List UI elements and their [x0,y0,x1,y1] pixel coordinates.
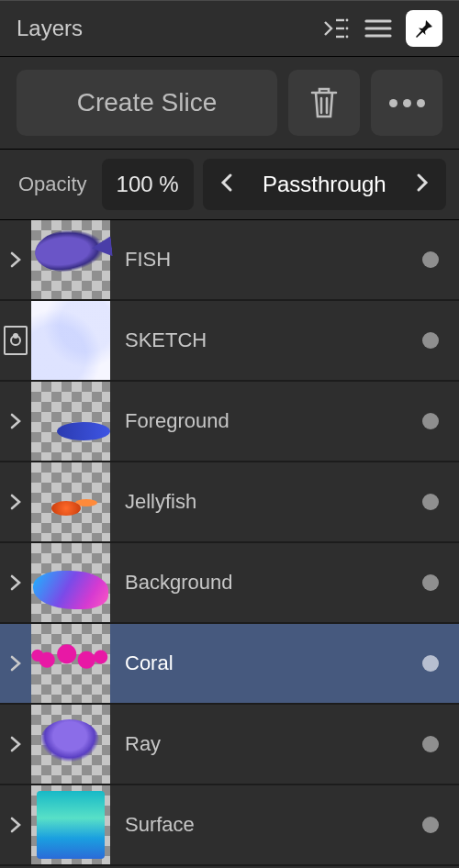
layer-row[interactable]: Background [0,543,459,624]
visibility-dot[interactable] [422,655,439,672]
visibility-dot[interactable] [422,494,439,510]
disclosure-chevron-icon[interactable] [0,573,31,593]
hamburger-icon[interactable] [364,14,393,43]
layer-row[interactable]: Coral [0,624,459,705]
layer-thumbnail[interactable] [31,382,110,461]
panel-title: Layers [17,16,308,41]
layer-name-label[interactable]: Jellyfish [110,490,422,514]
layer-row[interactable]: Surface [0,785,459,866]
disclosure-chevron-icon[interactable] [0,653,31,673]
svg-point-5 [346,36,349,39]
layer-row[interactable]: Ray [0,705,459,785]
panel-menu-collapse-icon[interactable] [321,14,351,43]
panel-header: Layers [0,1,459,56]
chevron-right-icon[interactable] [415,172,430,197]
visibility-dot[interactable] [422,332,439,349]
disclosure-chevron-icon[interactable] [0,492,31,512]
layer-list: FISHSKETCHForegroundJellyfishBackgroundC… [0,220,459,868]
layer-thumbnail[interactable] [31,624,110,703]
trash-icon [308,84,340,121]
svg-point-3 [346,28,349,30]
visibility-dot[interactable] [422,251,439,268]
more-button[interactable] [371,70,442,136]
panel-toolbar: Create Slice [0,56,459,150]
create-slice-label: Create Slice [77,88,218,117]
layer-thumbnail[interactable] [31,301,110,380]
layer-name-label[interactable]: Coral [110,651,422,675]
layer-name-label[interactable]: Background [110,571,422,595]
blend-mode-label: Passthrough [263,172,386,197]
create-slice-button[interactable]: Create Slice [17,70,277,136]
opacity-value[interactable]: 100 % [102,159,194,210]
chevron-left-icon[interactable] [219,172,234,197]
visibility-dot[interactable] [422,574,439,591]
layer-name-label[interactable]: SKETCH [110,328,422,352]
visibility-dot[interactable] [422,413,439,429]
layer-name-label[interactable]: Ray [110,732,422,756]
blend-mode-picker[interactable]: Passthrough [203,159,446,210]
pin-icon [413,17,435,39]
disclosure-chevron-icon[interactable] [0,815,31,835]
layers-panel: Layers Create Slice [0,0,459,868]
svg-point-1 [346,19,349,22]
ellipsis-icon [389,99,425,107]
layer-name-label[interactable]: Surface [110,813,422,837]
disclosure-chevron-icon[interactable] [0,734,31,754]
layer-thumbnail[interactable] [31,705,110,784]
disclosure-chevron-icon[interactable] [0,250,31,270]
layer-thumbnail[interactable] [31,220,110,299]
opacity-blend-row: Opacity 100 % Passthrough [0,150,459,220]
layer-row[interactable]: SKETCH [0,301,459,382]
disclosure-chevron-icon[interactable] [0,411,31,431]
visibility-dot[interactable] [422,736,439,752]
layer-thumbnail[interactable] [31,785,110,864]
layer-thumbnail[interactable] [31,543,110,622]
visibility-dot[interactable] [422,817,439,833]
layer-row[interactable]: Foreground [0,382,459,462]
layer-row[interactable]: FISH [0,220,459,301]
opacity-label: Opacity [13,172,93,196]
layer-name-label[interactable]: Foreground [110,409,422,433]
pin-button[interactable] [406,10,442,47]
delete-button[interactable] [288,70,360,136]
layer-name-label[interactable]: FISH [110,248,422,272]
layer-row[interactable]: Jellyfish [0,462,459,543]
layer-thumbnail[interactable] [31,462,110,541]
